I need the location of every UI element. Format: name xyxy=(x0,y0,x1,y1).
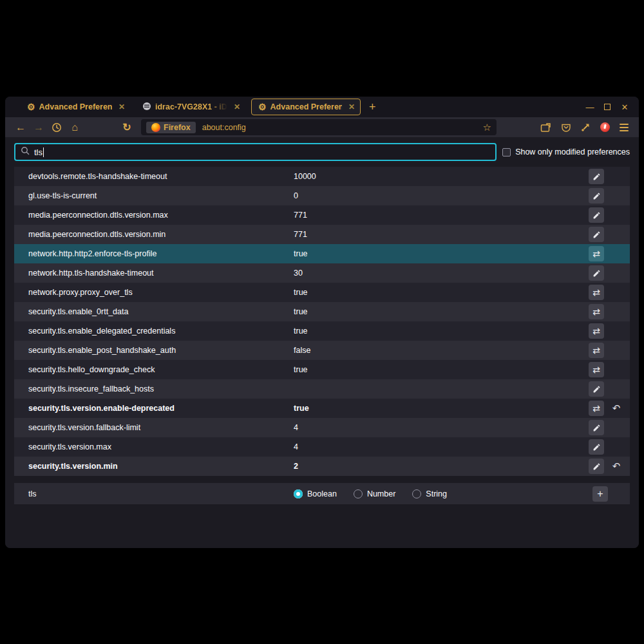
pref-name: media.peerconnection.dtls.version.max xyxy=(14,211,294,220)
pref-actions xyxy=(589,207,626,223)
screenshot-clipboard-icon[interactable] xyxy=(540,122,551,133)
pencil-icon[interactable] xyxy=(589,169,604,184)
home-icon[interactable]: ⌂ xyxy=(68,122,82,133)
pref-actions xyxy=(589,420,626,435)
tab-close-icon[interactable]: ✕ xyxy=(348,102,355,111)
radio-string-icon[interactable] xyxy=(412,489,421,498)
window-controls: — ✕ xyxy=(585,102,639,112)
pref-row[interactable]: security.tls.enable_delegated_credential… xyxy=(14,321,630,341)
pref-row[interactable]: security.tls.version.fallback-limit4 xyxy=(14,418,630,437)
pocket-icon[interactable] xyxy=(561,122,571,133)
toggle-icon[interactable]: ⇄ xyxy=(589,401,604,416)
pref-row[interactable]: media.peerconnection.dtls.version.max771 xyxy=(14,205,630,225)
tab-advanced-preferences-1[interactable]: ⚙ Advanced Preferences ✕ xyxy=(21,99,130,115)
toggle-icon[interactable]: ⇄ xyxy=(589,285,604,300)
pref-row[interactable]: security.tls.enable_0rtt_datatrue⇄ xyxy=(14,302,630,321)
pref-row[interactable]: gl.use-tls-is-current0 xyxy=(14,186,630,205)
pref-row[interactable]: security.tls.enable_post_handshake_authf… xyxy=(14,341,630,360)
pref-row[interactable]: network.proxy.proxy_over_tlstrue⇄ xyxy=(14,283,630,302)
new-tab-button[interactable]: + xyxy=(369,100,376,114)
maximize-button[interactable] xyxy=(604,104,611,110)
tab-close-icon[interactable]: ✕ xyxy=(118,102,125,111)
pref-name: security.tls.enable_delegated_credential… xyxy=(14,327,294,336)
pref-name: network.http.http2.enforce-tls-profile xyxy=(14,249,294,258)
tab-advanced-preferences-2[interactable]: ⚙ Advanced Preferences ✕ xyxy=(251,99,361,115)
pref-row[interactable]: security.tls.version.min2↶ xyxy=(14,457,630,476)
extension-red-icon[interactable] xyxy=(600,122,610,132)
pref-actions xyxy=(589,439,626,455)
pencil-icon[interactable] xyxy=(589,459,604,474)
tab-label: Advanced Preferences xyxy=(270,102,342,111)
brand-label: Firefox xyxy=(164,123,191,132)
pencil-icon[interactable] xyxy=(589,439,604,455)
pencil-icon[interactable] xyxy=(589,265,604,281)
pref-name: gl.use-tls-is-current xyxy=(14,191,294,200)
pref-value: 30 xyxy=(294,269,589,278)
pencil-icon[interactable] xyxy=(589,420,604,435)
pref-name: network.proxy.proxy_over_tls xyxy=(14,288,294,297)
add-pref-name: tls xyxy=(14,489,294,498)
radio-number-label: Number xyxy=(367,489,395,498)
pref-name: media.peerconnection.dtls.version.min xyxy=(14,230,294,239)
toggle-icon[interactable]: ⇄ xyxy=(589,343,604,358)
tab-label: Advanced Preferences xyxy=(39,102,112,111)
show-modified-control[interactable]: Show only modified preferences xyxy=(502,147,630,156)
server-icon xyxy=(142,102,151,113)
close-button[interactable]: ✕ xyxy=(620,102,630,112)
radio-boolean[interactable]: Boolean xyxy=(294,489,337,498)
menu-hamburger-icon[interactable] xyxy=(620,124,629,131)
radio-number-icon[interactable] xyxy=(354,489,363,498)
pref-row[interactable]: devtools.remote.tls-handshake-timeout100… xyxy=(14,167,630,186)
pref-actions: ⇄ xyxy=(589,285,626,300)
tab-close-icon[interactable]: ✕ xyxy=(234,102,240,111)
pref-name: security.tls.hello_downgrade_check xyxy=(14,365,294,374)
toggle-icon[interactable]: ⇄ xyxy=(589,246,604,261)
radio-number[interactable]: Number xyxy=(354,489,395,498)
reset-icon[interactable]: ↶ xyxy=(609,401,623,415)
minimize-button[interactable]: — xyxy=(585,102,595,112)
pref-actions xyxy=(589,381,626,397)
radio-boolean-icon[interactable] xyxy=(294,489,303,498)
pref-name: security.tls.enable_post_handshake_auth xyxy=(14,346,294,355)
pref-row[interactable]: media.peerconnection.dtls.version.min771 xyxy=(14,225,630,244)
add-pref-row: tls Boolean Number String + xyxy=(14,483,630,504)
diagonal-arrow-icon[interactable] xyxy=(581,122,591,132)
pref-actions: ⇄ xyxy=(589,304,626,319)
back-icon[interactable]: ← xyxy=(14,122,28,133)
pref-row[interactable]: security.tls.insecure_fallback_hosts xyxy=(14,379,630,399)
firefox-logo-icon xyxy=(151,123,160,132)
tab-idrac[interactable]: idrac-7VG28X1 - iDRAC7 ✕ xyxy=(136,99,245,115)
toggle-icon[interactable]: ⇄ xyxy=(589,304,604,319)
tab-bar: ⚙ Advanced Preferences ✕ idrac-7VG28X1 -… xyxy=(5,97,639,117)
reload-icon[interactable]: ↻ xyxy=(120,121,134,133)
bookmark-star-icon[interactable]: ☆ xyxy=(483,122,491,133)
pencil-icon[interactable] xyxy=(589,381,604,397)
add-pref-button[interactable]: + xyxy=(592,486,608,502)
pref-value: 10000 xyxy=(294,172,589,181)
gear-icon: ⚙ xyxy=(258,102,267,111)
show-modified-checkbox[interactable] xyxy=(502,148,511,156)
pref-name: security.tls.version.min xyxy=(14,462,294,471)
pref-actions xyxy=(589,227,626,242)
toggle-icon[interactable]: ⇄ xyxy=(589,362,604,377)
history-clock-icon[interactable] xyxy=(50,122,64,133)
search-input[interactable]: tls xyxy=(14,143,497,161)
pencil-icon[interactable] xyxy=(589,188,604,204)
reset-icon[interactable]: ↶ xyxy=(609,459,623,473)
radio-boolean-label: Boolean xyxy=(307,489,337,498)
pencil-icon[interactable] xyxy=(589,207,604,223)
prefs-table: devtools.remote.tls-handshake-timeout100… xyxy=(14,167,630,476)
pref-row[interactable]: security.tls.hello_downgrade_checktrue⇄ xyxy=(14,360,630,379)
pencil-icon[interactable] xyxy=(589,227,604,242)
pref-row[interactable]: security.tls.version.enable-deprecatedtr… xyxy=(14,399,630,418)
pref-row[interactable]: network.http.tls-handshake-timeout30 xyxy=(14,263,630,283)
url-bar[interactable]: Firefox about:config ☆ xyxy=(141,119,497,135)
url-text: about:config xyxy=(202,123,246,132)
pref-value: true xyxy=(294,327,589,336)
toggle-icon[interactable]: ⇄ xyxy=(589,323,604,339)
pref-row[interactable]: network.http.http2.enforce-tls-profiletr… xyxy=(14,244,630,263)
radio-string[interactable]: String xyxy=(412,489,447,498)
pref-row[interactable]: security.tls.version.max4 xyxy=(14,437,630,457)
pref-actions: ⇄ xyxy=(589,323,626,339)
show-modified-label: Show only modified preferences xyxy=(515,147,630,156)
